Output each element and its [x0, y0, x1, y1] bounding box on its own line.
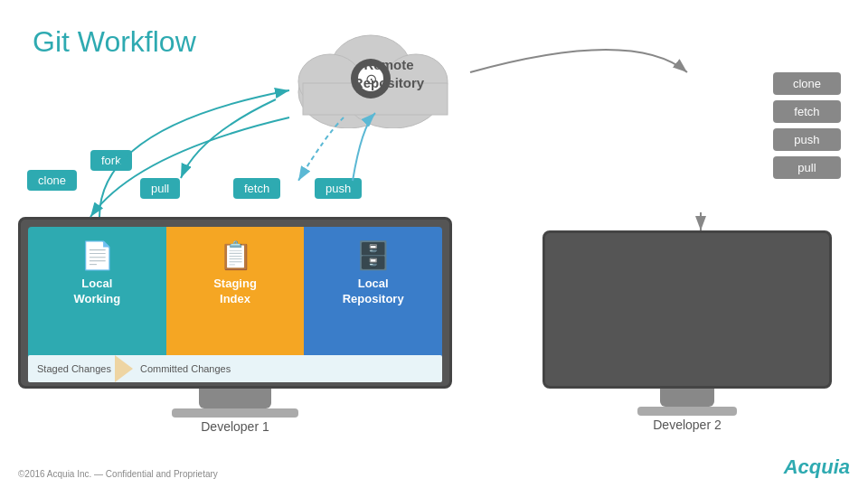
committed-changes-label: Committed Changes	[133, 363, 231, 374]
monitor1: 📄 LocalWorking 📋 StagingIndex 🗄️ LocalRe…	[18, 217, 452, 434]
cloud-label: Remote Repository	[354, 56, 424, 91]
right-badge-pull: pull	[773, 156, 841, 179]
acquia-brand: Acquia	[784, 455, 850, 479]
staged-changes-label: Staged Changes	[28, 363, 111, 374]
monitor2-base	[637, 407, 737, 416]
monitor2: Developer 2	[542, 230, 832, 432]
monitor1-screen: 📄 LocalWorking 📋 StagingIndex 🗄️ LocalRe…	[18, 217, 452, 389]
badge-clone: clone	[27, 170, 77, 191]
database-icon: 🗄️	[356, 239, 390, 271]
monitor2-screen	[542, 230, 832, 389]
badge-fork: fork	[90, 150, 132, 171]
monitor1-base	[172, 408, 298, 418]
panel-local-working: 📄 LocalWorking	[28, 227, 166, 362]
right-badges: clone fetch push pull	[773, 72, 841, 179]
staging-label: StagingIndex	[213, 277, 257, 307]
monitor2-label: Developer 2	[542, 418, 832, 432]
panel-local-repo: 🗄️ LocalRepository	[304, 227, 442, 362]
file-icon: 📄	[80, 239, 114, 271]
monitor1-label: Developer 1	[18, 419, 452, 434]
badge-push: push	[315, 178, 362, 199]
monitor1-stand	[199, 389, 271, 408]
local-working-label: LocalWorking	[73, 277, 120, 307]
footer: ©2016 Acquia Inc. — Confidential and Pro…	[18, 469, 218, 479]
staging-icon: 📋	[219, 239, 252, 271]
panels-row: 📄 LocalWorking 📋 StagingIndex 🗄️ LocalRe…	[28, 227, 442, 362]
right-badge-fetch: fetch	[773, 100, 841, 123]
monitor2-stand	[660, 389, 714, 407]
arrow-divider	[115, 355, 133, 382]
changes-bar: Staged Changes Committed Changes	[28, 355, 442, 382]
right-badge-clone: clone	[773, 72, 841, 95]
local-repo-label: LocalRepository	[343, 277, 404, 307]
right-badge-push: push	[773, 128, 841, 151]
panel-staging: 📋 StagingIndex	[166, 227, 305, 362]
badge-fetch: fetch	[233, 178, 280, 199]
page-title: Git Workflow	[33, 25, 196, 59]
badge-pull: pull	[140, 178, 180, 199]
